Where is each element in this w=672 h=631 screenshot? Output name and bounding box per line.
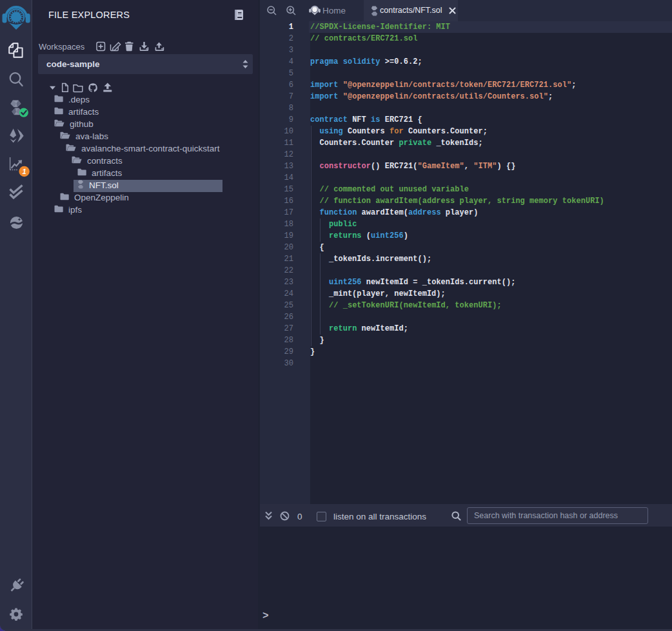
svg-text:1: 1 [23,168,26,175]
